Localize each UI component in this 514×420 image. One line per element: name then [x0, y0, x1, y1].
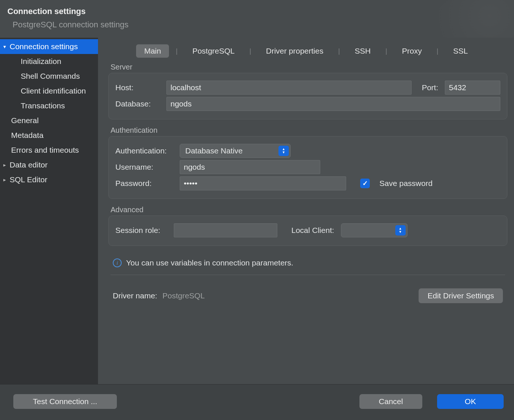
info-row: i You can use variables in connection pa… [111, 253, 505, 275]
info-text: You can use variables in connection para… [126, 258, 293, 267]
sidebar-item-label: Metadata [11, 131, 44, 140]
save-password-label: Save password [379, 179, 433, 188]
button-label: OK [465, 397, 476, 406]
test-connection-button[interactable]: Test Connection ... [13, 394, 117, 409]
auth-group-label: Authentication [111, 126, 507, 135]
tab-driver-properties[interactable]: Driver properties [258, 44, 331, 58]
local-client-label: Local Client: [291, 226, 334, 235]
host-input[interactable] [166, 81, 412, 95]
sidebar-item-initialization[interactable]: Initialization [0, 54, 98, 69]
sidebar-item-label: Initialization [21, 57, 61, 66]
save-password-checkbox[interactable]: ✓ [360, 179, 370, 188]
sidebar-item-label: SQL Editor [10, 175, 47, 184]
password-label: Password: [115, 179, 173, 188]
driver-name-label: Driver name: [113, 291, 157, 300]
tab-label: Driver properties [266, 47, 323, 55]
tab-label: PostgreSQL [192, 47, 234, 55]
chevron-down-icon: ▾ [1, 44, 8, 50]
local-client-select[interactable]: ▲▼ [341, 223, 408, 237]
sidebar-item-label: Errors and timeouts [11, 146, 79, 155]
database-input[interactable] [166, 97, 500, 111]
select-stepper-icon: ▲▼ [278, 146, 289, 156]
tab-label: Proxy [402, 47, 422, 55]
port-label: Port: [422, 83, 438, 92]
sidebar-item-label: Connection settings [10, 42, 78, 51]
server-group-label: Server [111, 63, 507, 71]
tab-separator: | [176, 47, 177, 55]
driver-name-value: PostgreSQL [162, 291, 204, 300]
session-role-label: Session role: [115, 226, 167, 235]
chevron-right-icon: ▸ [1, 177, 8, 183]
tab-ssl[interactable]: SSL [445, 44, 476, 58]
tab-bar: Main | PostgreSQL | Driver properties | … [98, 41, 514, 63]
sidebar-item-label: Client identification [21, 87, 86, 95]
tab-separator: | [250, 47, 251, 55]
tab-label: SSH [355, 47, 371, 55]
sidebar-item-transactions[interactable]: Transactions [0, 98, 98, 113]
username-input[interactable] [180, 160, 320, 174]
tab-ssh[interactable]: SSH [346, 44, 379, 58]
select-stepper-icon: ▲▼ [395, 225, 406, 236]
sidebar-item-label: Transactions [21, 101, 65, 110]
sidebar-item-errors-timeouts[interactable]: Errors and timeouts [0, 143, 98, 158]
sidebar-item-sql-editor[interactable]: ▸ SQL Editor [0, 172, 98, 187]
sidebar-item-label: Shell Commands [21, 72, 80, 81]
chevron-right-icon: ▸ [1, 162, 8, 168]
sidebar-item-general[interactable]: General [0, 113, 98, 128]
settings-sidebar: ▾ Connection settings Initialization She… [0, 38, 98, 384]
session-role-input[interactable] [174, 223, 277, 237]
dialog-footer: Test Connection ... Cancel OK [0, 384, 514, 420]
password-input[interactable] [180, 176, 346, 190]
sidebar-item-client-identification[interactable]: Client identification [0, 84, 98, 98]
edit-driver-settings-button[interactable]: Edit Driver Settings [419, 288, 503, 303]
auth-mode-select[interactable]: Database Native ▲▼ [180, 144, 291, 158]
sidebar-item-metadata[interactable]: Metadata [0, 128, 98, 143]
dialog-header: Connection settings PostgreSQL connectio… [0, 0, 514, 38]
advanced-fieldset: Session role: Local Client: ▲▼ [108, 216, 507, 246]
tab-label: SSL [453, 47, 468, 55]
button-label: Cancel [379, 397, 403, 406]
cancel-button[interactable]: Cancel [359, 394, 422, 409]
advanced-group-label: Advanced [111, 206, 507, 214]
info-icon: i [113, 258, 122, 267]
server-fieldset: Host: Port: Database: [108, 73, 507, 119]
sidebar-item-shell-commands[interactable]: Shell Commands [0, 69, 98, 84]
host-label: Host: [115, 83, 160, 92]
port-input[interactable] [445, 81, 500, 95]
sidebar-item-label: Data editor [10, 160, 48, 169]
sidebar-item-label: General [11, 116, 39, 125]
dialog-title: Connection settings [7, 7, 507, 16]
username-label: Username: [115, 163, 173, 172]
button-label: Edit Driver Settings [427, 291, 494, 300]
ok-button[interactable]: OK [437, 394, 504, 409]
tab-separator: | [437, 47, 439, 55]
tab-label: Main [144, 47, 161, 55]
decorative-swoosh [417, 0, 514, 38]
tab-postgresql[interactable]: PostgreSQL [184, 44, 243, 58]
tab-main[interactable]: Main [136, 44, 169, 58]
button-label: Test Connection ... [33, 397, 97, 406]
tab-separator: | [385, 47, 387, 55]
sidebar-item-data-editor[interactable]: ▸ Data editor [0, 158, 98, 172]
sidebar-item-connection-settings[interactable]: ▾ Connection settings [0, 39, 98, 54]
auth-fieldset: Authentication: Database Native ▲▼ Usern… [108, 136, 507, 199]
select-value: Database Native [185, 146, 243, 155]
auth-mode-label: Authentication: [115, 146, 173, 155]
tab-proxy[interactable]: Proxy [394, 44, 430, 58]
database-label: Database: [115, 99, 160, 108]
tab-separator: | [338, 47, 340, 55]
